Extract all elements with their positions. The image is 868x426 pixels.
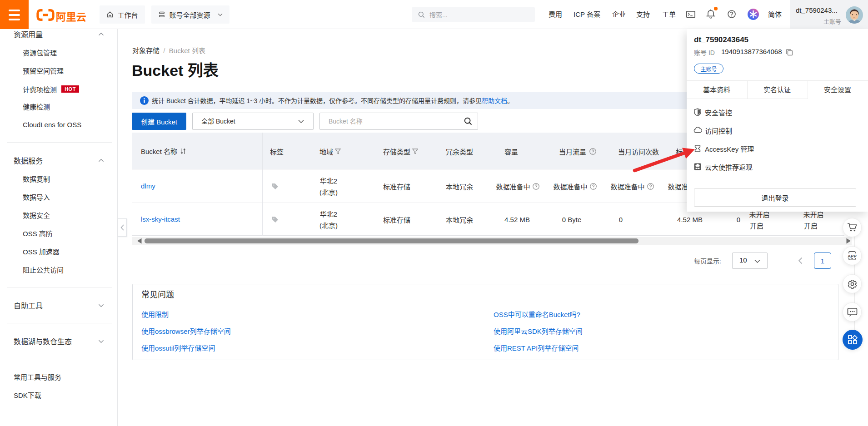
svg-text:APP: APP <box>848 253 857 258</box>
